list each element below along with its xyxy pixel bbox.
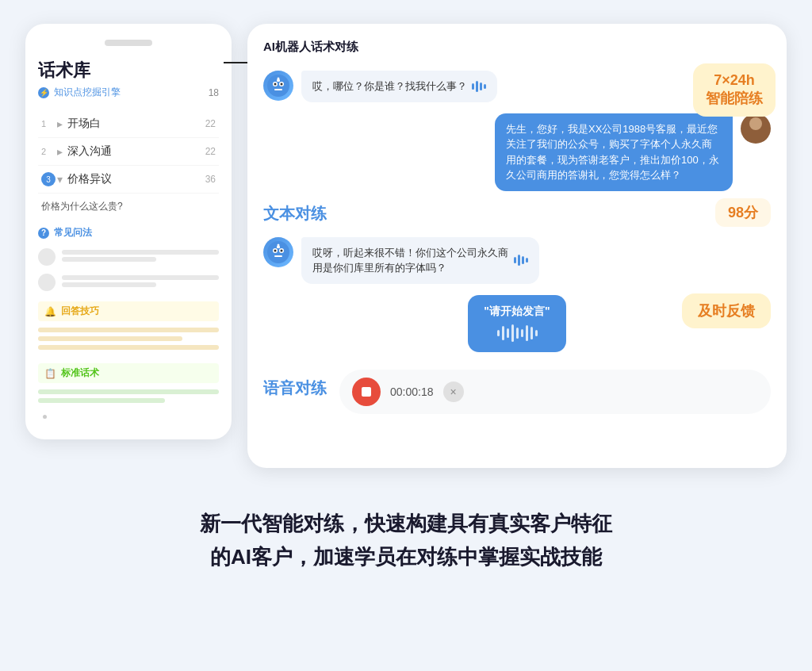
svg-point-7 xyxy=(278,78,280,80)
standard-line-2 xyxy=(38,398,165,403)
waveform xyxy=(484,324,550,343)
user-avatar-1 xyxy=(741,113,771,144)
dot-item xyxy=(43,415,47,419)
faq-text-2 xyxy=(62,275,219,289)
svg-rect-9 xyxy=(745,133,767,141)
text-practice-row: 文本对练 xyxy=(263,202,771,226)
standard-line-1 xyxy=(38,389,219,394)
bot-avatar-2 xyxy=(263,237,293,267)
menu-num-2: 2 xyxy=(41,147,57,156)
menu-count-2: 22 xyxy=(205,146,216,157)
close-button[interactable]: × xyxy=(443,382,464,402)
menu-arrow-1: ▸ xyxy=(57,117,63,130)
tips-emoji: 🔔 xyxy=(44,306,56,317)
faq-avatar-1 xyxy=(38,248,56,266)
smart-badge-sub: 智能陪练 xyxy=(706,90,763,108)
standard-label: 标准话术 xyxy=(61,366,99,380)
faq-line-c xyxy=(62,275,219,280)
faq-line-a xyxy=(62,250,219,255)
faq-item-2 xyxy=(38,270,219,295)
feedback-badge: 及时反馈 xyxy=(682,293,771,328)
faq-text-1 xyxy=(62,250,219,264)
bot-avatar-1 xyxy=(263,71,293,101)
svg-point-3 xyxy=(274,83,277,86)
chat-header: AI机器人话术对练 xyxy=(263,40,771,55)
menu-item-2[interactable]: 2 ▸ 深入沟通 22 xyxy=(38,138,219,166)
sub-question: 价格为什么这么贵? xyxy=(41,200,216,213)
svg-point-4 xyxy=(281,83,283,86)
svg-point-8 xyxy=(749,117,762,130)
speaking-title: "请开始发言" xyxy=(484,305,550,319)
tips-lines xyxy=(38,324,219,357)
faq-section-header: ? 常见问法 xyxy=(38,221,219,244)
text-practice-label: 文本对练 xyxy=(263,203,327,224)
voice-row: 语音对练 00:00:18 × xyxy=(263,363,771,414)
voice-bar[interactable]: 00:00:18 × xyxy=(339,370,771,414)
standard-section-header: 📋 标准话术 xyxy=(38,363,219,383)
knowledge-engine: ⚡ 知识点挖掘引擎 18 xyxy=(38,86,219,99)
tips-line-2 xyxy=(38,336,182,341)
menu-label-1: 开场白 xyxy=(67,117,205,131)
sound-waves-1 xyxy=(472,81,486,92)
smart-badge-text: 7×24h xyxy=(706,71,763,90)
standard-lines xyxy=(38,386,219,410)
smart-badge: 7×24h 智能陪练 xyxy=(693,63,776,117)
faq-icon: ? xyxy=(38,228,49,239)
menu-num-1: 1 xyxy=(41,119,57,128)
bot-bubble-2: 哎呀，听起来很不错！你们这个公司永久商用是你们库里所有的字体吗？ xyxy=(301,237,539,284)
waveform-bar-4 xyxy=(511,324,514,342)
record-time: 00:00:18 xyxy=(390,385,434,398)
faq-avatar-2 xyxy=(38,274,56,291)
right-panel: 7×24h 智能陪练 98分 及时反馈 AI机器人话术对练 xyxy=(247,24,787,468)
knowledge-icon: ⚡ xyxy=(38,87,49,98)
bot-msg-2-text: 哎呀，听起来很不错！你们这个公司永久商用是你们库里所有的字体吗？ xyxy=(312,245,509,276)
bot-bubble-1: 哎，哪位？你是谁？找我什么事？ xyxy=(301,71,497,102)
msg-user-1: 先生，您好，我是XX公司1988号客服，最近您关注了我们的公众号，购买了字体个人… xyxy=(263,113,771,191)
menu-item-3[interactable]: 3 ▾ 价格异议 36 xyxy=(38,166,219,194)
waveform-bar-3 xyxy=(507,328,509,338)
chat-title: AI机器人话术对练 xyxy=(263,40,358,55)
tips-line-1 xyxy=(38,328,219,332)
tips-section-header: 🔔 回答技巧 xyxy=(38,301,219,321)
menu-label-2: 深入沟通 xyxy=(67,144,205,159)
svg-point-14 xyxy=(281,249,283,251)
menu-arrow-3: ▾ xyxy=(57,173,63,186)
standard-emoji: 📋 xyxy=(44,368,56,379)
svg-rect-5 xyxy=(274,89,282,90)
faq-line-b xyxy=(62,257,156,262)
chat-body: 哎，哪位？你是谁？找我什么事？ 先生，您好 xyxy=(263,71,771,414)
waveform-bar-2 xyxy=(502,326,504,340)
bottom-text: 新一代智能对练，快速构建具有真实客户特征 的AI客户，加速学员在对练中掌握实战技… xyxy=(184,508,628,573)
waveform-bar-1 xyxy=(497,330,500,336)
waveform-bar-8 xyxy=(530,327,533,339)
svg-point-13 xyxy=(274,249,277,251)
tips-label: 回答技巧 xyxy=(61,305,99,318)
phone-notch xyxy=(105,40,152,46)
speaking-bubble: "请开始发言" xyxy=(468,295,565,352)
menu-arrow-2: ▸ xyxy=(57,145,63,158)
bottom-line-2: 的AI客户，加速学员在对练中掌握实战技能 xyxy=(200,541,612,574)
faq-line-d xyxy=(62,282,156,287)
svg-point-17 xyxy=(278,243,280,246)
waveform-bar-5 xyxy=(516,328,519,339)
left-panel: 话术库 ⚡ 知识点挖掘引擎 18 1 ▸ 开场白 22 2 ▸ 深入沟通 22 … xyxy=(25,24,232,439)
tips-line-3 xyxy=(38,345,219,350)
voice-practice-label: 语音对练 xyxy=(263,378,327,399)
chat-title-text: AI机器人话术对练 xyxy=(263,40,358,55)
waveform-bar-9 xyxy=(535,330,538,336)
menu-item-1[interactable]: 1 ▸ 开场白 22 xyxy=(38,110,219,138)
faq-label: 常见问法 xyxy=(54,226,92,240)
waveform-bar-7 xyxy=(526,325,528,341)
bottom-line-1: 新一代智能对练，快速构建具有真实客户特征 xyxy=(200,508,612,541)
svg-rect-15 xyxy=(274,255,282,257)
menu-num-3-active: 3 xyxy=(41,172,56,186)
knowledge-count: 18 xyxy=(209,87,219,98)
menu-count-3: 36 xyxy=(205,174,216,185)
waveform-bar-6 xyxy=(521,329,523,337)
menu-count-1: 22 xyxy=(205,118,216,129)
bot-msg-1-text: 哎，哪位？你是谁？找我什么事？ xyxy=(312,79,467,94)
record-button[interactable] xyxy=(352,378,381,406)
faq-item-1 xyxy=(38,244,219,270)
msg-bot-2: 哎呀，听起来很不错！你们这个公司永久商用是你们库里所有的字体吗？ xyxy=(263,237,771,284)
knowledge-label: 知识点挖掘引擎 xyxy=(54,86,121,99)
